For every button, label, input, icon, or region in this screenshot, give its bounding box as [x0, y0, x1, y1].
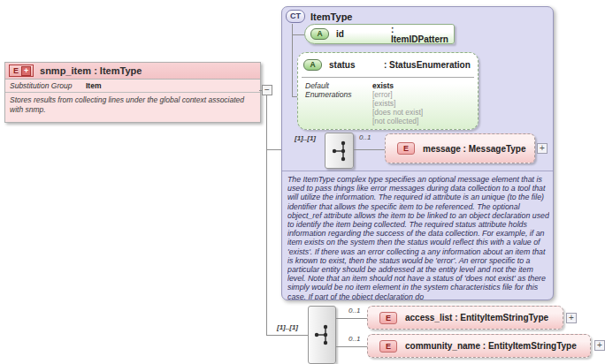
default-value: exists	[372, 81, 423, 90]
message-element-box[interactable]: E message : MessageType	[385, 133, 535, 163]
cardinality-label: [1]..[1]	[295, 134, 316, 142]
expand-access-list-button[interactable]: +	[566, 313, 577, 323]
connector-line	[354, 149, 385, 150]
attribute-id-box[interactable]: A id : ItemIDPattern	[304, 24, 455, 44]
connector-line	[292, 34, 304, 35]
enumeration-value: [not collected]	[372, 117, 423, 125]
attribute-icon: A	[310, 28, 329, 40]
enumeration-value: [error]	[372, 90, 423, 99]
community-name-element-box[interactable]: E community_name : EntityItemStringType	[367, 334, 591, 358]
complex-type-icon: CT	[286, 10, 305, 23]
itemtype-title: ItemType	[310, 11, 352, 22]
cardinality-label: [1]..[1]	[277, 323, 298, 331]
element-icon: E	[379, 340, 397, 353]
sequence-icon	[331, 140, 348, 163]
attribute-status-name: status	[329, 60, 384, 70]
element-icon: E	[379, 312, 397, 324]
attribute-status-header: A status : StatusEnumeration	[302, 53, 474, 78]
attribute-id-name: id	[336, 29, 391, 39]
attribute-id-type: : ItemIDPattern	[391, 25, 454, 44]
documentation-divider	[282, 171, 553, 171]
enumeration-value: [exists]	[372, 99, 423, 108]
expand-message-button[interactable]: +	[537, 143, 548, 154]
itemtype-header: CT ItemType	[286, 10, 352, 23]
attribute-status-facets: Default Enumerations exists [error] [exi…	[298, 78, 478, 125]
facet-values: exists [error] [exists] [does not exist]…	[372, 81, 423, 125]
attribute-icon: A	[303, 59, 322, 71]
message-element-label: message : MessageType	[423, 144, 526, 154]
element-plus-icon: +	[21, 66, 31, 76]
connector-line	[266, 95, 267, 335]
access-list-element-box[interactable]: E access_list : EntityItemStringType	[367, 306, 563, 330]
attribute-id-header: A id : ItemIDPattern	[305, 25, 454, 43]
occurrence-label: 0..1	[359, 133, 371, 141]
attribute-status-type: : StatusEnumeration	[384, 60, 471, 70]
attribute-status-box[interactable]: A status : StatusEnumeration Default Enu…	[297, 52, 479, 130]
sequence-compositor-box[interactable]	[308, 306, 336, 364]
documentation-text: The ItemType complex type specifies an o…	[287, 175, 549, 300]
element-badge-letter: E	[13, 66, 19, 75]
snmp-item-description: Stores results from collecting lines und…	[5, 93, 260, 118]
enumeration-value: [does not exist]	[372, 108, 423, 117]
enumerations-label: Enumerations	[305, 90, 372, 99]
substitution-group-value: Item	[86, 81, 101, 90]
snmp-item-header: E + snmp_item : ItemType	[5, 63, 260, 80]
sequence-icon	[313, 323, 331, 346]
snmp-item-element-card[interactable]: E + snmp_item : ItemType Substitution Gr…	[4, 62, 261, 123]
element-icon: E +	[9, 64, 34, 77]
sequence-compositor-box[interactable]	[325, 133, 354, 169]
substitution-group-row: Substitution Group Item	[5, 80, 260, 93]
substitution-group-label: Substitution Group	[10, 81, 86, 90]
element-icon: E	[397, 142, 415, 155]
connector-line	[336, 318, 367, 319]
facet-labels: Default Enumerations	[305, 81, 372, 125]
expand-community-name-button[interactable]: +	[594, 340, 605, 351]
collapse-toggle[interactable]: −	[262, 85, 272, 95]
community-name-element-label: community_name : EntityItemStringType	[405, 341, 577, 351]
schema-diagram-canvas: E + snmp_item : ItemType Substitution Gr…	[0, 0, 605, 364]
default-label: Default	[305, 81, 372, 90]
connector-line	[336, 346, 367, 347]
occurrence-label: 0..1	[348, 307, 360, 315]
snmp-item-title: snmp_item : ItemType	[40, 65, 142, 76]
occurrence-label: 0..1	[348, 335, 360, 343]
access-list-element-label: access_list : EntityItemStringType	[405, 313, 548, 322]
connector-line	[266, 335, 308, 336]
